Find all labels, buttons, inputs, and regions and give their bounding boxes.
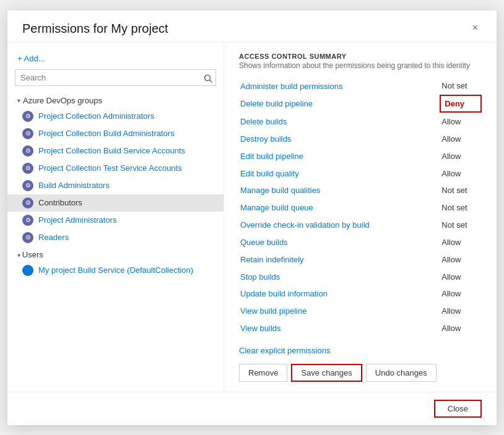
- azure-devops-groups-header[interactable]: ▾ Azure DevOps groups: [7, 92, 224, 108]
- table-row[interactable]: Manage build qualitiesNot set: [239, 182, 481, 199]
- dialog-header: Permissions for My project ×: [7, 11, 497, 43]
- permission-name: Edit build quality: [239, 165, 440, 182]
- permission-name: Stop builds: [239, 268, 440, 285]
- svg-line-1: [210, 80, 212, 82]
- clear-explicit-permissions-link[interactable]: Clear explicit permissions: [239, 346, 482, 355]
- permission-name: View builds: [239, 320, 440, 337]
- list-item-build-service[interactable]: 👤 My project Build Service (DefaultColle…: [7, 262, 224, 279]
- table-row[interactable]: Retain indefinitelyAllow: [239, 251, 481, 268]
- permission-name: Administer build permissions: [239, 77, 440, 95]
- dialog-title: Permissions for My project: [22, 22, 168, 36]
- group-icon: ⚙: [22, 232, 33, 243]
- users-list: 👤 My project Build Service (DefaultColle…: [7, 262, 224, 279]
- group-icon: ⚙: [22, 197, 33, 209]
- permission-name: View build pipeline: [239, 303, 440, 320]
- permission-name: Destroy builds: [239, 131, 440, 148]
- group-icon: ⚙: [22, 111, 33, 122]
- user-icon: 👤: [22, 265, 33, 276]
- group-icon: ⚙: [22, 128, 33, 139]
- users-header-label: Users: [22, 250, 43, 259]
- close-button[interactable]: Close: [434, 400, 482, 418]
- table-row[interactable]: Administer build permissionsNot set: [239, 77, 481, 95]
- identity-label: Project Collection Administrators: [38, 111, 154, 121]
- permission-status: Allow: [440, 112, 481, 130]
- list-item[interactable]: ⚙ Readers: [7, 229, 224, 246]
- search-icon-button[interactable]: [204, 74, 212, 85]
- permission-status: Allow: [440, 285, 481, 303]
- identity-label: Project Collection Build Service Account…: [38, 146, 185, 155]
- permissions-dialog: Permissions for My project × + Add... ▾ …: [7, 11, 497, 425]
- permission-status: Not set: [440, 182, 481, 199]
- identity-label: Contributors: [38, 198, 82, 207]
- permission-status: Allow: [440, 251, 481, 268]
- dialog-body: + Add... ▾ Azure DevOps groups ⚙ Project…: [7, 43, 497, 392]
- close-x-button[interactable]: ×: [469, 22, 482, 34]
- identity-label: My project Build Service (DefaultCollect…: [38, 265, 193, 275]
- list-item[interactable]: ⚙ Project Collection Test Service Accoun…: [7, 160, 224, 177]
- search-container: [7, 69, 224, 92]
- remove-button[interactable]: Remove: [239, 364, 287, 382]
- permission-status: Allow: [440, 165, 481, 182]
- table-row[interactable]: Delete buildsAllow: [239, 112, 481, 130]
- permission-status: Allow: [440, 131, 481, 148]
- list-item-contributors[interactable]: ⚙ Contributors: [7, 194, 224, 212]
- search-input[interactable]: [15, 69, 216, 86]
- list-item[interactable]: ⚙ Project Collection Administrators: [7, 108, 224, 125]
- permission-status: Allow: [440, 268, 481, 285]
- list-item[interactable]: ⚙ Project Collection Build Service Accou…: [7, 142, 224, 160]
- list-item[interactable]: ⚙ Project Administrators: [7, 212, 224, 229]
- group-icon: ⚙: [22, 163, 33, 174]
- identity-label: Readers: [38, 233, 69, 242]
- chevron-down-icon: ▾: [17, 252, 22, 259]
- table-row[interactable]: Edit build pipelineAllow: [239, 147, 481, 165]
- group-icon: ⚙: [22, 145, 33, 157]
- identity-label: Build Administrators: [38, 181, 110, 190]
- permission-status: Allow: [440, 320, 481, 337]
- permission-name: Manage build queue: [239, 199, 440, 217]
- undo-changes-button[interactable]: Undo changes: [366, 364, 437, 382]
- save-changes-button[interactable]: Save changes: [291, 364, 362, 382]
- identity-label: Project Administrators: [38, 215, 116, 225]
- table-row[interactable]: Stop buildsAllow: [239, 268, 481, 285]
- left-panel: + Add... ▾ Azure DevOps groups ⚙ Project…: [7, 43, 224, 392]
- chevron-down-icon: ▾: [17, 97, 20, 104]
- list-item[interactable]: ⚙ Project Collection Build Administrator…: [7, 125, 224, 142]
- permission-status: Allow: [440, 233, 481, 251]
- identity-label: Project Collection Build Administrators: [38, 129, 175, 138]
- permission-name: Manage build qualities: [239, 182, 440, 199]
- action-buttons: Remove Save changes Undo changes: [239, 364, 482, 382]
- table-row[interactable]: Manage build queueNot set: [239, 199, 481, 217]
- list-item[interactable]: ⚙ Build Administrators: [7, 177, 224, 194]
- table-row[interactable]: Destroy buildsAllow: [239, 131, 481, 148]
- users-section-header: ▾ Users: [7, 246, 224, 262]
- permission-name: Delete build pipeline: [239, 95, 440, 113]
- table-row[interactable]: Queue buildsAllow: [239, 233, 481, 251]
- table-row[interactable]: View build pipelineAllow: [239, 303, 481, 320]
- group-icon: ⚙: [22, 215, 33, 226]
- search-icon: [204, 74, 212, 83]
- groups-header-label: Azure DevOps groups: [23, 96, 102, 105]
- permission-name: Retain indefinitely: [239, 251, 440, 268]
- permission-status: Deny: [440, 95, 481, 113]
- table-row[interactable]: View buildsAllow: [239, 320, 481, 337]
- permissions-table: Administer build permissionsNot setDelet…: [239, 77, 482, 337]
- permission-status: Not set: [440, 217, 481, 234]
- dialog-footer: Close: [7, 392, 497, 425]
- permission-name: Edit build pipeline: [239, 147, 440, 165]
- permission-status: Allow: [440, 303, 481, 320]
- permission-status: Not set: [440, 199, 481, 217]
- table-row[interactable]: Override check-in validation by buildNot…: [239, 217, 481, 234]
- permission-name: Delete builds: [239, 112, 440, 130]
- permission-status: Not set: [440, 77, 481, 95]
- table-row[interactable]: Edit build qualityAllow: [239, 165, 481, 182]
- permission-status: Allow: [440, 147, 481, 165]
- permission-name: Queue builds: [239, 233, 440, 251]
- access-control-subtitle: Shows information about the permissions …: [239, 61, 482, 70]
- right-panel: ACCESS CONTROL SUMMARY Shows information…: [224, 43, 497, 392]
- identity-label: Project Collection Test Service Accounts: [38, 163, 182, 173]
- add-button[interactable]: + Add...: [7, 51, 224, 69]
- table-row[interactable]: Delete build pipelineDeny: [239, 95, 481, 113]
- permission-name: Override check-in validation by build: [239, 217, 440, 234]
- groups-list: ⚙ Project Collection Administrators ⚙ Pr…: [7, 108, 224, 246]
- table-row[interactable]: Update build informationAllow: [239, 285, 481, 303]
